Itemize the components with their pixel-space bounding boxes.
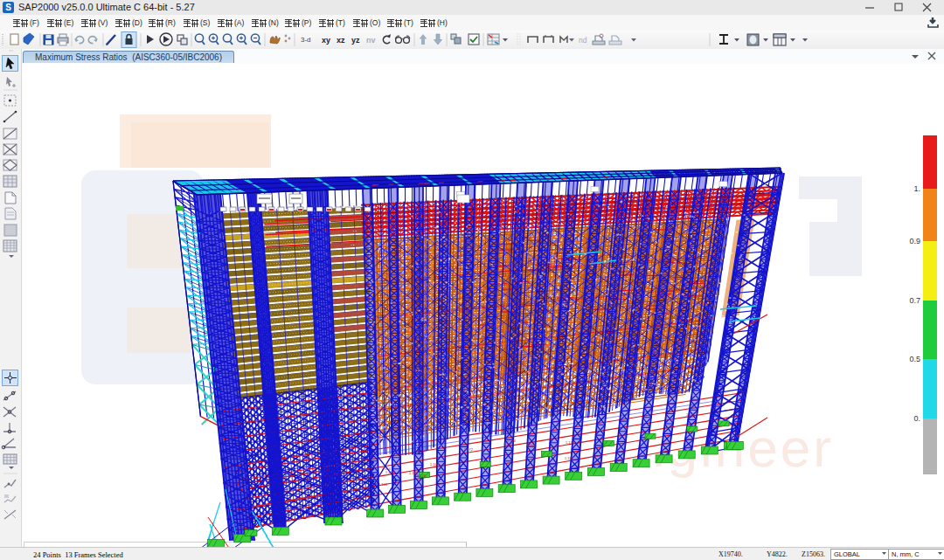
svg-text:1.186: 1.186 xyxy=(507,439,517,443)
svg-text:0.: 0. xyxy=(913,414,920,423)
svg-text:1.134: 1.134 xyxy=(526,443,536,447)
svg-text:0.9: 0.9 xyxy=(909,237,920,245)
svg-text:0.5: 0.5 xyxy=(909,355,920,363)
svg-text:1.186: 1.186 xyxy=(409,471,419,475)
svg-text:yz: yz xyxy=(351,36,360,45)
svg-text:nv: nv xyxy=(366,36,376,45)
svg-text:3-d: 3-d xyxy=(301,36,311,44)
svg-text:1.151: 1.151 xyxy=(666,425,676,429)
svg-text:1.: 1. xyxy=(913,184,920,193)
svg-text:0.7: 0.7 xyxy=(909,296,920,305)
svg-text:1.103: 1.103 xyxy=(378,482,388,487)
svg-text:1.154: 1.154 xyxy=(382,467,392,471)
svg-text:1.144: 1.144 xyxy=(430,462,440,467)
svg-text:1.119: 1.119 xyxy=(565,456,573,460)
svg-text:xy: xy xyxy=(322,36,330,45)
svg-text:1.172: 1.172 xyxy=(464,447,474,452)
svg-text:xz: xz xyxy=(337,36,345,45)
svg-text:1.139: 1.139 xyxy=(417,474,427,478)
svg-text:1.139: 1.139 xyxy=(566,440,575,445)
svg-text:nd: nd xyxy=(579,36,587,45)
svg-text:1.123: 1.123 xyxy=(686,412,696,417)
